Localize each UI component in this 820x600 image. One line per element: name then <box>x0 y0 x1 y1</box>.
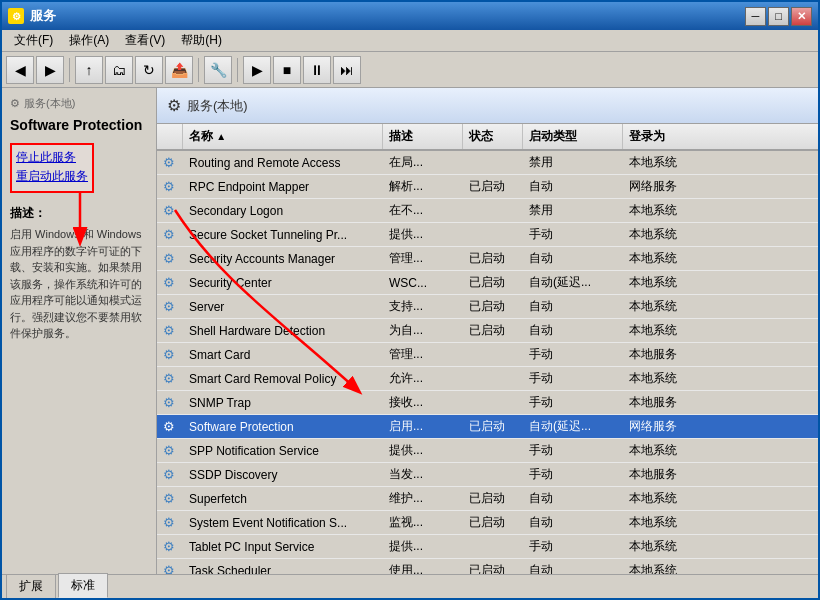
row-icon-cell: ⚙ <box>157 151 183 174</box>
restart-service-link[interactable]: 重启动此服务 <box>16 168 88 185</box>
row-desc: 在不... <box>383 199 463 222</box>
tab-expand[interactable]: 扩展 <box>6 574 56 598</box>
row-desc: 允许... <box>383 367 463 390</box>
service-gear-icon: ⚙ <box>163 371 175 386</box>
close-button[interactable]: ✕ <box>791 7 812 26</box>
tab-standard[interactable]: 标准 <box>58 573 108 598</box>
row-login: 本地系统 <box>623 223 703 246</box>
col-startup[interactable]: 启动类型 <box>523 124 623 149</box>
service-gear-icon: ⚙ <box>163 251 175 266</box>
row-login: 本地系统 <box>623 487 703 510</box>
maximize-button[interactable]: □ <box>768 7 789 26</box>
menu-view[interactable]: 查看(V) <box>117 30 173 51</box>
table-row[interactable]: ⚙Security CenterWSC...已启动自动(延迟...本地系统 <box>157 271 818 295</box>
right-panel-header: ⚙ 服务(本地) <box>157 88 818 124</box>
row-startup: 自动 <box>523 175 623 198</box>
left-panel-header: ⚙ 服务(本地) <box>10 96 148 111</box>
row-status: 已启动 <box>463 295 523 318</box>
row-icon-cell: ⚙ <box>157 367 183 390</box>
table-row[interactable]: ⚙Software Protection启用...已启动自动(延迟...网络服务 <box>157 415 818 439</box>
left-panel-title: 服务(本地) <box>24 96 75 111</box>
row-icon-cell: ⚙ <box>157 271 183 294</box>
left-panel: ⚙ 服务(本地) Software Protection 停止此服务 重启动此服… <box>2 88 157 574</box>
row-login: 本地系统 <box>623 439 703 462</box>
row-startup: 手动 <box>523 439 623 462</box>
table-row[interactable]: ⚙Task Scheduler使用...已启动自动本地系统 <box>157 559 818 574</box>
row-name: RPC Endpoint Mapper <box>183 175 383 198</box>
right-panel-title: 服务(本地) <box>187 97 248 115</box>
row-icon-cell: ⚙ <box>157 463 183 486</box>
service-gear-icon: ⚙ <box>163 419 175 434</box>
table-row[interactable]: ⚙Security Accounts Manager管理...已启动自动本地系统 <box>157 247 818 271</box>
menu-action[interactable]: 操作(A) <box>61 30 117 51</box>
row-icon-cell: ⚙ <box>157 535 183 558</box>
row-startup: 手动 <box>523 343 623 366</box>
back-button[interactable]: ◀ <box>6 56 34 84</box>
table-row[interactable]: ⚙Secure Socket Tunneling Pr...提供...手动本地系… <box>157 223 818 247</box>
row-name: SSDP Discovery <box>183 463 383 486</box>
row-login: 本地系统 <box>623 247 703 270</box>
row-name: Security Center <box>183 271 383 294</box>
table-row[interactable]: ⚙Smart Card Removal Policy允许...手动本地系统 <box>157 367 818 391</box>
row-desc: 启用... <box>383 415 463 438</box>
row-startup: 自动 <box>523 487 623 510</box>
forward-button[interactable]: ▶ <box>36 56 64 84</box>
row-desc: 接收... <box>383 391 463 414</box>
table-row[interactable]: ⚙SNMP Trap接收...手动本地服务 <box>157 391 818 415</box>
menu-bar: 文件(F) 操作(A) 查看(V) 帮助(H) <box>2 30 818 52</box>
row-icon-cell: ⚙ <box>157 319 183 342</box>
row-desc: 管理... <box>383 247 463 270</box>
row-login: 本地系统 <box>623 271 703 294</box>
table-row[interactable]: ⚙Routing and Remote Access在局...禁用本地系统 <box>157 151 818 175</box>
table-row[interactable]: ⚙Secondary Logon在不...禁用本地系统 <box>157 199 818 223</box>
row-login: 本地系统 <box>623 367 703 390</box>
row-status <box>463 223 523 246</box>
row-icon-cell: ⚙ <box>157 439 183 462</box>
col-status[interactable]: 状态 <box>463 124 523 149</box>
play-button[interactable]: ▶ <box>243 56 271 84</box>
row-status: 已启动 <box>463 415 523 438</box>
service-gear-icon: ⚙ <box>163 563 175 574</box>
refresh-button[interactable]: ↻ <box>135 56 163 84</box>
col-login[interactable]: 登录为 <box>623 124 703 149</box>
pause-button[interactable]: ⏸ <box>303 56 331 84</box>
row-startup: 手动 <box>523 463 623 486</box>
table-row[interactable]: ⚙Tablet PC Input Service提供...手动本地系统 <box>157 535 818 559</box>
restart-button[interactable]: ⏭ <box>333 56 361 84</box>
table-row[interactable]: ⚙Superfetch维护...已启动自动本地系统 <box>157 487 818 511</box>
table-row[interactable]: ⚙SSDP Discovery当发...手动本地服务 <box>157 463 818 487</box>
services-table[interactable]: 名称 ▲ 描述 状态 启动类型 登录为 ⚙Routing and Remote … <box>157 124 818 574</box>
service-gear-icon: ⚙ <box>163 539 175 554</box>
row-desc: 提供... <box>383 223 463 246</box>
row-startup: 自动(延迟... <box>523 415 623 438</box>
row-status <box>463 343 523 366</box>
service-gear-icon: ⚙ <box>163 299 175 314</box>
stop-button[interactable]: ■ <box>273 56 301 84</box>
panel-gear-icon: ⚙ <box>167 96 181 115</box>
table-row[interactable]: ⚙System Event Notification S...监视...已启动自… <box>157 511 818 535</box>
row-status <box>463 367 523 390</box>
stop-service-link[interactable]: 停止此服务 <box>16 149 88 166</box>
menu-file[interactable]: 文件(F) <box>6 30 61 51</box>
col-desc[interactable]: 描述 <box>383 124 463 149</box>
row-startup: 自动 <box>523 319 623 342</box>
minimize-button[interactable]: ─ <box>745 7 766 26</box>
table-header: 名称 ▲ 描述 状态 启动类型 登录为 <box>157 124 818 151</box>
show-hide-button[interactable]: 🗂 <box>105 56 133 84</box>
export-button[interactable]: 📤 <box>165 56 193 84</box>
service-gear-icon: ⚙ <box>163 323 175 338</box>
table-row[interactable]: ⚙SPP Notification Service提供...手动本地系统 <box>157 439 818 463</box>
col-name[interactable]: 名称 ▲ <box>183 124 383 149</box>
menu-help[interactable]: 帮助(H) <box>173 30 230 51</box>
up-button[interactable]: ↑ <box>75 56 103 84</box>
table-row[interactable]: ⚙Shell Hardware Detection为自...已启动自动本地系统 <box>157 319 818 343</box>
properties-button[interactable]: 🔧 <box>204 56 232 84</box>
row-status: 已启动 <box>463 487 523 510</box>
window-title: 服务 <box>30 7 56 25</box>
bottom-tabs: 扩展 标准 <box>2 574 818 598</box>
table-row[interactable]: ⚙RPC Endpoint Mapper解析...已启动自动网络服务 <box>157 175 818 199</box>
title-bar: ⚙ 服务 ─ □ ✕ <box>2 2 818 30</box>
table-row[interactable]: ⚙Server支持...已启动自动本地系统 <box>157 295 818 319</box>
table-row[interactable]: ⚙Smart Card管理...手动本地服务 <box>157 343 818 367</box>
row-desc: WSC... <box>383 271 463 294</box>
